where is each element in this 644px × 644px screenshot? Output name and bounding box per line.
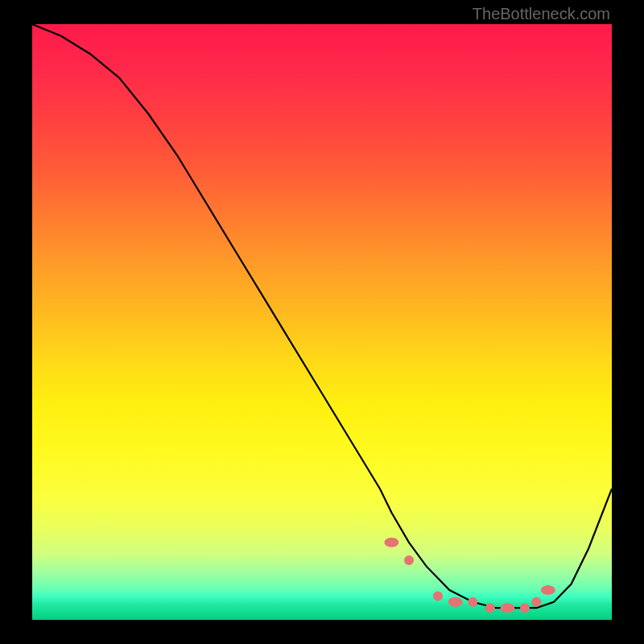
highlight-point (485, 603, 495, 613)
bottleneck-curve (32, 24, 612, 608)
watermark-text: TheBottleneck.com (473, 5, 610, 23)
highlight-point (433, 591, 443, 601)
highlight-points (384, 538, 555, 613)
highlight-point (541, 585, 555, 595)
chart-container: TheBottleneck.com (0, 0, 644, 644)
highlight-point (531, 597, 541, 607)
plot-area (32, 24, 612, 620)
highlight-point (404, 555, 414, 565)
highlight-point (468, 597, 477, 607)
highlight-point (448, 597, 463, 607)
highlight-point (520, 603, 530, 613)
highlight-point (384, 538, 398, 547)
curve-svg (32, 24, 612, 620)
highlight-point (500, 603, 514, 613)
